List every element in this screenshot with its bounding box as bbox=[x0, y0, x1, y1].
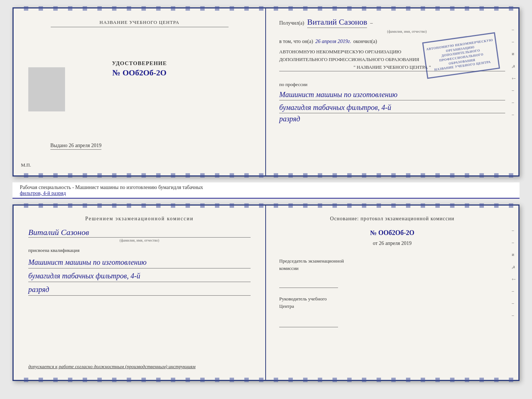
certificate-number: № ООб2Об-2О bbox=[112, 68, 167, 78]
caption-line1: Рабочая специальность - Машинист машины … bbox=[20, 185, 512, 190]
udostoverenie-block: УДОСТОВЕРЕНИЕ № ООб2Об-2О bbox=[112, 60, 167, 78]
dopuskaetsya-prefix: допускается к bbox=[28, 364, 58, 369]
profession-line2: бумагидля табачных фильтров, 4-й bbox=[279, 102, 505, 113]
razryad: разряд bbox=[279, 115, 505, 123]
protocol-number: № ООб2Об-2О bbox=[279, 229, 505, 237]
vydano-block: Выдано 26 апреля 2019 bbox=[28, 142, 251, 164]
komissia-name: Виталий Сазонов bbox=[28, 228, 251, 238]
rukovoditel-label: Руководитель учебного Центра bbox=[279, 295, 505, 310]
right-page: Получил(а) Виталий Сазонов – (фамилия, и… bbox=[266, 8, 518, 175]
dopuskaetsya-block: допускается к работе согласно должностны… bbox=[28, 364, 251, 370]
hw-razryad: разряд bbox=[28, 284, 251, 296]
qualification-document: Решением экзаменационной комиссии Витали… bbox=[12, 204, 520, 381]
training-center-label: НАЗВАНИЕ УЧЕБНОГО ЦЕНТРА bbox=[51, 19, 229, 27]
vydano-date-line: Выдано 26 апреля 2019 bbox=[50, 143, 101, 150]
predsedatel-block: Председатель экзаменационной комиссии bbox=[279, 257, 505, 288]
left-page: НАЗВАНИЕ УЧЕБНОГО ЦЕНТРА УДОСТОВЕРЕНИЕ №… bbox=[14, 8, 266, 175]
fio-label: (фамилия, имя, отчество) bbox=[309, 29, 505, 33]
ot-date: от 26 апреля 2019 bbox=[279, 241, 505, 246]
stamp-text: АВТОНОМНУЮ НЕКОММЕРЧЕСКУЮОРГАНИЗАЦИЮДОПО… bbox=[426, 38, 496, 73]
vtom-prefix: в том, что он(а) bbox=[279, 39, 313, 44]
po-professii-label: по профессии bbox=[279, 82, 505, 88]
certificate-document: НАЗВАНИЕ УЧЕБНОГО ЦЕНТРА УДОСТОВЕРЕНИЕ №… bbox=[12, 7, 520, 177]
predsedatel-label: Председатель экзаменационной комиссии bbox=[279, 257, 505, 272]
osnovanie-title: Основание: протокол экзаменационной коми… bbox=[279, 216, 505, 222]
bottom-left-page: Решением экзаменационной комиссии Витали… bbox=[14, 206, 266, 380]
profession-line1: Машинист машины по изготовлению bbox=[279, 89, 505, 100]
qualification-block: Машинист машины по изготовлению бумагидл… bbox=[28, 256, 251, 297]
hw-profession-line2: бумагидля табачных фильтров, 4-й bbox=[28, 270, 251, 282]
ot-date-value: 26 апреля 2019 bbox=[379, 241, 411, 246]
rukovoditel-signature-line bbox=[279, 318, 338, 327]
recipient-name: Виталий Сазонов bbox=[307, 17, 367, 28]
prisvoyena-label: присвоена квалификация bbox=[28, 247, 251, 253]
caption-line2: фильтров, 4-й разряд bbox=[20, 190, 512, 196]
bottom-right-page: Основание: протокол экзаменационной коми… bbox=[266, 206, 518, 380]
caption-strip: Рабочая специальность - Машинист машины … bbox=[12, 182, 520, 199]
recipient-line: Получил(а) Виталий Сазонов – bbox=[279, 17, 505, 28]
photo-placeholder bbox=[28, 67, 65, 111]
predsedatel-signature-line bbox=[279, 279, 338, 288]
bottom-side-marks: – – и ,а ‹– – – – bbox=[512, 228, 515, 318]
ot-label: от bbox=[373, 241, 378, 246]
vtom-date: 26 апреля 2019г. bbox=[315, 39, 351, 44]
mp-label: М.П. bbox=[21, 162, 31, 168]
vydano-date: 26 апреля 2019 bbox=[69, 143, 101, 148]
komissia-title: Решением экзаменационной комиссии bbox=[28, 216, 251, 222]
hw-profession-line1: Машинист машины по изготовлению bbox=[28, 256, 251, 268]
side-marks: – – и ,а ‹– – – – bbox=[512, 27, 515, 117]
recipient-prefix: Получил(а) bbox=[279, 20, 304, 26]
dopuskaetsya-text: работе согласно должностным (производств… bbox=[59, 364, 195, 369]
komissia-fio-label: (фамилия, имя, отчество) bbox=[28, 238, 251, 242]
recipient-dash: – bbox=[370, 20, 373, 26]
udostoverenie-title: УДОСТОВЕРЕНИЕ bbox=[112, 60, 167, 67]
okonchil-label: окончил(а) bbox=[353, 39, 377, 44]
vydano-label: Выдано bbox=[50, 143, 68, 148]
stamp-block: АВТОНОМНУЮ НЕКОММЕРЧЕСКУЮОРГАНИЗАЦИЮДОПО… bbox=[279, 48, 505, 75]
